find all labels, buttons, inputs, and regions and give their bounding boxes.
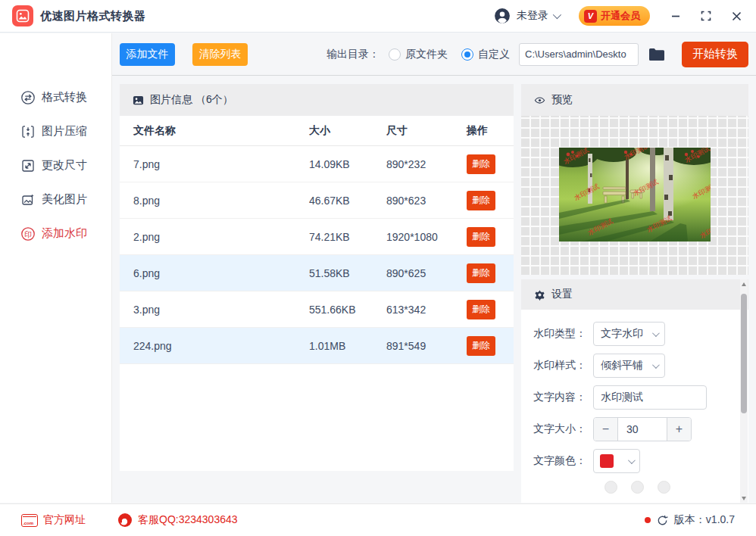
cell-filename: 224.png [133,340,309,352]
customer-service-qq[interactable]: 客服QQ:3234303643 [117,513,238,528]
cell-dims: 1920*1080 [386,231,467,243]
cell-size: 14.09KB [309,158,386,170]
option-dot[interactable] [631,481,644,494]
scrollbar-thumb[interactable] [741,294,747,413]
chevron-down-icon [652,361,660,369]
settings-scrollbar [740,279,748,503]
option-dot[interactable] [658,481,670,494]
text-size-value[interactable]: 30 [617,418,667,441]
cell-dims: 613*342 [386,304,467,316]
vip-button-label: 开通会员 [601,9,640,23]
watermark-text-input[interactable] [593,385,707,410]
website-icon: .com [21,514,38,527]
delete-button[interactable]: 删除 [467,263,495,283]
table-row[interactable]: 2.png 74.21KB 1920*1080 删除 [120,219,514,255]
table-row[interactable]: 7.png 14.09KB 890*232 删除 [120,146,514,182]
decrease-button[interactable]: − [594,418,617,441]
table-row[interactable]: 6.png 51.58KB 890*625 删除 [120,255,514,291]
watermark-type-select[interactable]: 文字水印 [593,322,665,346]
color-swatch [600,454,614,468]
text-color-select[interactable] [593,449,640,473]
chevron-down-icon [652,329,660,337]
refresh-icon[interactable] [657,515,668,526]
col-size: 大小 [309,124,386,138]
version-label: 版本：v1.0.7 [674,513,735,527]
file-table-header: 图片信息 （6个） [120,84,514,116]
delete-button[interactable]: 删除 [467,300,495,319]
file-table-title: 图片信息 （6个） [150,93,233,107]
sidebar-item-format-convert[interactable]: 格式转换 [0,80,111,114]
statusbar: .com 官方网址 客服QQ:3234303643 版本：v1.0.7 [0,503,756,536]
chevron-down-icon [553,11,561,19]
sidebar-item-watermark[interactable]: 印 添加水印 [0,217,111,251]
cell-size: 1.01MB [309,340,386,352]
status-dot [645,517,651,523]
headset-icon [117,513,133,528]
scroll-down-arrow[interactable] [740,494,748,502]
sidebar-item-label: 格式转换 [42,90,87,104]
user-avatar-icon [494,8,511,24]
add-files-button[interactable]: 添加文件 [120,43,175,66]
col-action: 操作 [467,124,514,138]
app-logo-icon [12,5,33,26]
official-website-link[interactable]: .com 官方网址 [21,513,86,527]
login-menu[interactable]: 未登录 [494,8,559,24]
cell-filename: 3.png [133,304,309,316]
cell-size: 46.67KB [309,195,386,207]
watermark-style-select[interactable]: 倾斜平铺 [593,354,665,378]
table-row[interactable]: 224.png 1.01MB 891*549 删除 [120,328,514,364]
output-path-input[interactable] [519,43,639,66]
delete-button[interactable]: 删除 [467,191,495,210]
cell-filename: 8.png [133,195,309,207]
table-row[interactable]: 3.png 551.66KB 613*342 删除 [120,291,514,328]
option-dot[interactable] [604,481,617,494]
cell-filename: 6.png [133,267,309,279]
titlebar: 优速图片格式转换器 未登录 V 开通会员 [0,0,756,33]
output-dir-label: 输出目录： [326,48,380,61]
watermark-type-label: 水印类型： [532,327,586,341]
app-title: 优速图片格式转换器 [40,9,146,23]
close-button[interactable] [730,10,742,22]
col-filename: 文件名称 [133,124,309,138]
chevron-down-icon [628,457,636,464]
preview-header: 预览 [521,84,748,116]
cell-dims: 890*232 [386,158,467,170]
sidebar-item-beautify[interactable]: 美化图片 [0,182,111,217]
delete-button[interactable]: 删除 [467,154,495,174]
minimize-button[interactable] [670,10,682,22]
main-content: 添加文件 清除列表 输出目录： 原文件夹 自定义 开始转换 图片信息 （6个） … [112,33,756,503]
radio-original-folder[interactable]: 原文件夹 [389,48,448,61]
sidebar-item-label: 图片压缩 [42,124,87,139]
vip-badge-icon: V [584,10,597,23]
delete-button[interactable]: 删除 [467,336,495,356]
delete-button[interactable]: 删除 [467,227,495,247]
scroll-up-arrow[interactable] [740,280,748,288]
settings-header: 设置 [521,279,748,310]
watermark-icon: 印 [20,226,36,242]
browse-folder-button[interactable] [648,48,665,61]
right-panel: 预览 [521,84,748,503]
vip-button[interactable]: V 开通会员 [579,6,650,26]
radio-custom-folder[interactable]: 自定义 [461,48,510,61]
sidebar-item-compress[interactable]: 图片压缩 [0,114,111,148]
text-color-label: 文字颜色： [532,454,586,468]
table-column-header: 文件名称 大小 尺寸 操作 [120,116,514,146]
folder-icon [648,48,665,61]
clear-list-button[interactable]: 清除列表 [192,43,248,66]
maximize-button[interactable] [700,10,712,22]
eye-icon [534,95,545,106]
increase-button[interactable]: + [667,418,691,441]
preview-title: 预览 [551,93,573,107]
login-status-label: 未登录 [517,9,548,23]
settings-title: 设置 [551,288,573,301]
sidebar-item-resize[interactable]: 更改尺寸 [0,148,111,182]
sidebar: 格式转换 图片压缩 更改尺寸 美化图片 印 添加水印 [0,33,112,503]
cell-filename: 7.png [133,158,309,170]
sidebar-item-label: 更改尺寸 [42,158,87,173]
start-convert-button[interactable]: 开始转换 [682,42,748,67]
watermark-style-label: 水印样式： [532,359,586,372]
cell-filename: 2.png [133,231,309,243]
cell-dims: 890*625 [386,267,467,279]
gear-icon [534,289,545,301]
table-row[interactable]: 8.png 46.67KB 890*623 删除 [120,182,514,219]
